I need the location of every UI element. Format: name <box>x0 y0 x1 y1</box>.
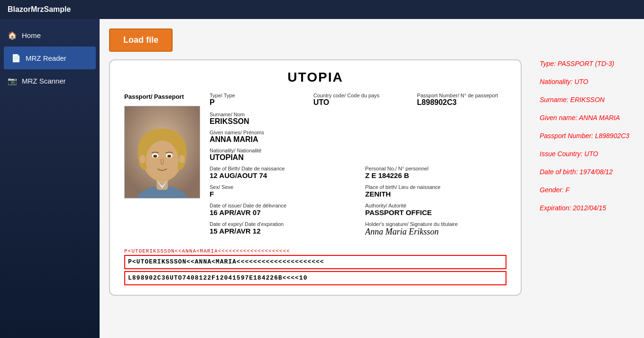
top-fields-row: Type/ Type P Country code/ Code du pays … <box>210 93 506 107</box>
app-title: BlazorMrzSample <box>8 5 71 14</box>
field-doi: Date of issue/ Date de délivrance 16 APR… <box>210 203 351 216</box>
sidebar-item-mrz-scanner-label: MRZ Scanner <box>22 77 66 85</box>
pob-value: ZENITH <box>365 190 506 198</box>
field-passport-number: Passport Number/ N° de passeport L898902… <box>417 93 506 107</box>
mrz-pre-text: P<UTOERIKSSSON<<ANNA<MARIA<<<<<<<<<<<<<<… <box>124 248 506 254</box>
passport-card: UTOPIA Passport/ Passeport <box>109 59 522 296</box>
pob-label: Place of birth/ Lieu de naissance <box>365 184 506 190</box>
info-passport-number: Passport Number: L898902C3 <box>540 129 635 142</box>
app-title-bar: BlazorMrzSample <box>0 0 644 19</box>
info-nationality: Nationality: UTO <box>540 75 635 88</box>
passport-country: UTOPIA <box>124 70 506 85</box>
passport-section: Load file UTOPIA Passport/ Passeport <box>109 28 530 329</box>
passport-number-label: Passport Number/ N° de passeport <box>417 93 506 98</box>
doi-value: 16 APR/AVR 07 <box>210 208 351 216</box>
info-issue-country: Issue Country: UTO <box>540 147 635 160</box>
field-given-names: Given names/ Prénoms ANNA MARIA <box>210 130 506 144</box>
given-names-label: Given names/ Prénoms <box>210 130 506 135</box>
sex-label: Sex/ Sexe <box>210 184 351 190</box>
field-signature: Holder's signature/ Signature du titulai… <box>365 221 506 237</box>
field-sex: Sex/ Sexe F <box>210 184 351 198</box>
camera-icon: 📷 <box>8 76 17 85</box>
dob-value: 12 AUG/AOUT 74 <box>210 171 351 179</box>
field-nationality: Nationality/ Nationalité UTOPIAN <box>210 148 506 162</box>
load-file-button[interactable]: Load file <box>109 28 173 52</box>
surname-label: Surname/ Nom <box>210 112 506 117</box>
country-code-value: UTO <box>313 98 403 107</box>
passport-main-fields: Type/ Type P Country code/ Code du pays … <box>210 93 506 242</box>
field-country-code: Country code/ Code du pays UTO <box>313 93 403 107</box>
sidebar-item-mrz-scanner[interactable]: 📷 MRZ Scanner <box>0 69 100 92</box>
info-dob: Date of birth: 1974/08/12 <box>540 165 635 178</box>
info-panel: Type: PASSPORT (TD-3) Nationality: UTO S… <box>540 28 635 329</box>
sidebar-item-home[interactable]: 🏠 Home <box>0 24 100 47</box>
info-given-name: Given name: ANNA MARIA <box>540 111 635 124</box>
field-personal-no: Personal No./ N° personnel Z E 184226 B <box>365 166 506 179</box>
passport-photo <box>124 106 200 198</box>
sex-value: F <box>210 190 351 198</box>
svg-point-13 <box>167 155 171 158</box>
type-value: P <box>210 98 299 107</box>
doe-label: Date of expiry/ Date d'expiration <box>210 221 351 227</box>
field-authority: Authority/ Autorité PASSPORT OFFICE <box>365 203 506 216</box>
doi-authority-row: Date of issue/ Date de délivrance 16 APR… <box>210 203 506 216</box>
mrz-section: P<UTOERIKSSSON<<ANNA<MARIA<<<<<<<<<<<<<<… <box>124 248 506 285</box>
svg-point-12 <box>153 155 157 158</box>
home-icon: 🏠 <box>8 30 17 40</box>
doi-label: Date of issue/ Date de délivrance <box>210 203 351 208</box>
signature-value: Anna Maria Eriksson <box>365 227 506 237</box>
svg-point-15 <box>179 155 185 163</box>
personal-no-label: Personal No./ N° personnel <box>365 166 506 171</box>
authority-label: Authority/ Autorité <box>365 203 506 208</box>
field-dob: Date of Birth/ Date de naissance 12 AUG/… <box>210 166 351 179</box>
sex-pob-row: Sex/ Sexe F Place of birth/ Lieu de nais… <box>210 184 506 198</box>
document-icon: 📄 <box>11 53 21 63</box>
info-type: Type: PASSPORT (TD-3) <box>540 57 635 70</box>
passport-type-label: Passport/ Passeport <box>124 93 184 101</box>
field-pob: Place of birth/ Lieu de naissance ZENITH <box>365 184 506 198</box>
surname-value: ERIKSSON <box>210 117 506 126</box>
nationality-value: UTOPIAN <box>210 153 506 162</box>
dob-personal-row: Date of Birth/ Date de naissance 12 AUG/… <box>210 166 506 179</box>
main-layout: 🏠 Home 📄 MRZ Reader 📷 MRZ Scanner Load f… <box>0 19 644 338</box>
doe-value: 15 APR/AVR 12 <box>210 227 351 235</box>
info-expiration: Expiration: 2012/04/15 <box>540 201 635 215</box>
personal-no-value: Z E 184226 B <box>365 171 506 179</box>
country-code-label: Country code/ Code du pays <box>313 93 403 98</box>
type-label: Type/ Type <box>210 93 299 98</box>
svg-point-9 <box>146 141 178 180</box>
mrz-line2: L898902C36UTO7408122F12041597E184226B<<<… <box>124 271 506 285</box>
field-type: Type/ Type P <box>210 93 299 107</box>
authority-value: PASSPORT OFFICE <box>365 208 506 216</box>
doe-signature-row: Date of expiry/ Date d'expiration 15 APR… <box>210 221 506 237</box>
passport-left: Passport/ Passeport <box>124 93 200 242</box>
sidebar: 🏠 Home 📄 MRZ Reader 📷 MRZ Scanner <box>0 19 100 338</box>
dob-label: Date of Birth/ Date de naissance <box>210 166 351 171</box>
field-doe: Date of expiry/ Date d'expiration 15 APR… <box>210 221 351 237</box>
info-surname: Surname: ERIKSSON <box>540 93 635 106</box>
content-area: Load file UTOPIA Passport/ Passeport <box>100 19 644 338</box>
passport-number-value: L898902C3 <box>417 98 506 107</box>
sidebar-item-mrz-reader-label: MRZ Reader <box>26 54 66 62</box>
nationality-label: Nationality/ Nationalité <box>210 148 506 153</box>
sidebar-item-mrz-reader[interactable]: 📄 MRZ Reader <box>4 47 96 69</box>
mrz-line1: P<UTOERIKSSSON<<ANNA<MARIA<<<<<<<<<<<<<<… <box>124 255 506 269</box>
svg-point-14 <box>140 155 146 163</box>
given-names-value: ANNA MARIA <box>210 135 506 144</box>
info-gender: Gender: F <box>540 183 635 197</box>
passport-content: Passport/ Passeport <box>124 93 506 242</box>
field-surname: Surname/ Nom ERIKSSON <box>210 112 506 126</box>
signature-label: Holder's signature/ Signature du titulai… <box>365 221 506 227</box>
sidebar-item-home-label: Home <box>22 31 41 39</box>
